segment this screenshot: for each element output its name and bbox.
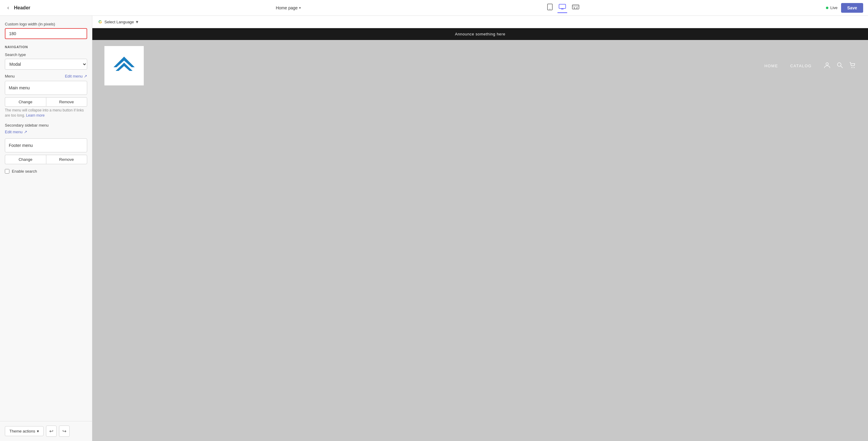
search-type-label: Search type (5, 52, 87, 57)
secondary-menu-action-buttons: Change Remove (5, 155, 87, 164)
google-logo: G (97, 19, 103, 25)
redo-button[interactable]: ↪ (59, 425, 70, 437)
theme-actions-chevron: ▾ (37, 429, 39, 434)
sidebar-content: Custom logo width (in pixels) NAVIGATION… (0, 16, 92, 421)
translate-bar: G Select Language ▼ (92, 16, 868, 28)
svg-line-11 (841, 66, 843, 68)
google-g-letter: G (99, 19, 102, 24)
enable-search-checkbox[interactable] (5, 169, 9, 174)
secondary-menu-section: Secondary sidebar menu Edit menu ↗ Foote… (5, 123, 87, 164)
store-nav-icons (824, 62, 856, 70)
svg-point-9 (826, 63, 828, 65)
custom-logo-label: Custom logo width (in pixels) (5, 22, 87, 26)
menu-action-buttons: Change Remove (5, 97, 87, 107)
main-menu-label: Main menu (9, 85, 30, 90)
nav-catalog-link[interactable]: CATALOG (790, 64, 812, 68)
remove-menu-button[interactable]: Remove (46, 97, 88, 107)
external-link2-icon: ↗ (24, 129, 27, 134)
live-dot (826, 7, 828, 9)
back-button[interactable]: ‹ (5, 3, 11, 12)
preview-area: G Select Language ▼ Announce something h… (92, 16, 868, 441)
theme-actions-label: Theme actions (9, 429, 35, 434)
edit-menu-label: Edit menu (65, 74, 83, 79)
translate-dropdown-arrow[interactable]: ▼ (135, 20, 139, 24)
svg-rect-2 (559, 4, 566, 8)
learn-more-link[interactable]: Learn more (26, 113, 44, 118)
edit-menu-link[interactable]: Edit menu ↗ (65, 74, 87, 79)
svg-point-1 (550, 9, 550, 9)
save-button[interactable]: Save (841, 3, 863, 13)
external-link-icon: ↗ (84, 74, 87, 79)
edit-menu2-link[interactable]: Edit menu ↗ (5, 129, 27, 134)
account-icon[interactable] (824, 62, 831, 70)
chevron-down-icon: ▾ (299, 6, 301, 10)
desktop-view-button[interactable] (557, 2, 567, 13)
page-dropdown[interactable]: Home page ▾ (276, 5, 301, 10)
view-icon-group (546, 2, 581, 13)
menu-row: Menu Edit menu ↗ (5, 74, 87, 79)
store-preview: Announce something here (92, 28, 868, 441)
logo-chevron-icon (112, 55, 136, 76)
undo-button[interactable]: ↩ (46, 425, 57, 437)
top-bar-right: Live Save (826, 3, 863, 13)
menu-helper-text: The menu will collapse into a menu butto… (5, 108, 87, 118)
secondary-sidebar-label: Secondary sidebar menu (5, 123, 87, 127)
panel-title: Header (14, 5, 30, 10)
search-icon[interactable] (837, 62, 843, 70)
page-dropdown-label: Home page (276, 5, 298, 10)
mobile-view-button[interactable] (546, 2, 554, 13)
remove-footer-menu-button[interactable]: Remove (46, 155, 88, 164)
live-indicator: Live (826, 5, 837, 10)
enable-search-row: Enable search (5, 169, 87, 174)
store-logo (104, 46, 144, 85)
sidebar: Custom logo width (in pixels) NAVIGATION… (0, 16, 92, 441)
main-layout: Custom logo width (in pixels) NAVIGATION… (0, 16, 868, 441)
svg-rect-5 (572, 5, 579, 9)
custom-logo-input[interactable] (5, 28, 87, 39)
view-controls (546, 2, 581, 13)
cart-icon[interactable] (849, 62, 856, 70)
custom-logo-field: Custom logo width (in pixels) (5, 22, 87, 39)
menu-section: Menu Edit menu ↗ Main menu Change Remove… (5, 74, 87, 118)
nav-home-link[interactable]: HOME (765, 64, 778, 68)
main-menu-box: Main menu (5, 81, 87, 95)
sidebar-footer: Theme actions ▾ ↩ ↪ (0, 421, 92, 441)
edit-menu2-label: Edit menu (5, 129, 23, 134)
change-menu-button[interactable]: Change (5, 97, 46, 107)
search-type-select[interactable]: Modal Drawer Predictive (5, 59, 87, 70)
translate-label: Select Language (104, 20, 134, 24)
store-main-content (92, 91, 868, 213)
fullscreen-view-button[interactable] (571, 2, 581, 13)
menu-label: Menu (5, 74, 15, 79)
top-bar-left: ‹ Header (5, 3, 30, 12)
store-nav: HOME CATALOG (92, 40, 868, 91)
footer-menu-label: Footer menu (9, 143, 33, 148)
theme-actions-button[interactable]: Theme actions ▾ (5, 426, 43, 436)
top-bar: ‹ Header Home page ▾ (0, 0, 868, 16)
store-nav-links: HOME CATALOG (765, 64, 812, 68)
announce-text: Announce something here (455, 32, 505, 36)
search-type-field: Search type Modal Drawer Predictive (5, 52, 87, 70)
announce-bar: Announce something here (92, 28, 868, 40)
change-footer-menu-button[interactable]: Change (5, 155, 46, 164)
footer-menu-box: Footer menu (5, 139, 87, 152)
svg-point-12 (851, 67, 852, 68)
svg-point-13 (854, 67, 855, 68)
navigation-section-title: NAVIGATION (5, 45, 87, 49)
enable-search-label: Enable search (12, 169, 37, 174)
live-label: Live (830, 5, 837, 10)
